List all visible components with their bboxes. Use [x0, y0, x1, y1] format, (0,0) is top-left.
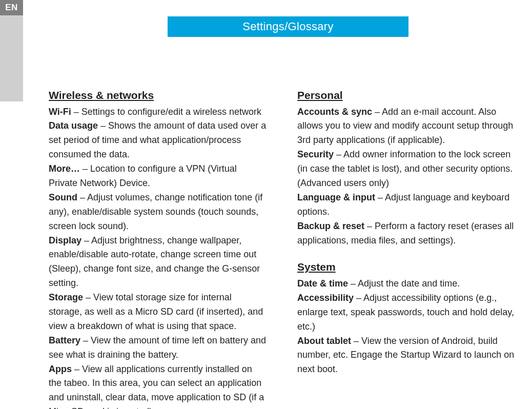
label-battery: Battery: [49, 335, 80, 345]
entry-display: Display – Adjust brightness, change wall…: [49, 234, 267, 291]
entry-about-tablet: About tablet – View the version of Andro…: [297, 334, 515, 377]
entry-more: More… – Location to configure a VPN (Vir…: [49, 162, 267, 191]
text-sound: – Adjust volumes, change notification to…: [49, 192, 262, 231]
label-accounts-sync: Accounts & sync: [297, 107, 372, 117]
entry-backup-reset: Backup & reset – Perform a factory reset…: [297, 219, 515, 248]
label-date-time: Date & time: [297, 278, 348, 289]
entry-battery: Battery – View the amount of time left o…: [49, 334, 267, 362]
label-backup-reset: Backup & reset: [297, 221, 364, 231]
entry-sound: Sound – Adjust volumes, change notificat…: [49, 191, 267, 234]
right-column: Personal Accounts & sync – Add an e-mail…: [297, 87, 515, 409]
label-security: Security: [297, 149, 334, 159]
entry-language-input: Language & input – Adjust language and k…: [297, 191, 515, 219]
heading-personal: Personal: [297, 87, 515, 104]
entry-wifi: Wi-Fi – Settings to configure/edit a wir…: [49, 105, 267, 119]
label-sound: Sound: [49, 192, 77, 202]
text-apps: – View all applications currently instal…: [49, 364, 264, 409]
text-wifi: – Settings to configure/edit a wireless …: [71, 107, 261, 117]
label-wifi: Wi-Fi: [49, 107, 71, 117]
entry-data-usage: Data usage – Shows the amount of data us…: [49, 119, 267, 162]
entry-storage: Storage – View total storage size for in…: [49, 291, 267, 334]
label-display: Display: [49, 235, 81, 246]
label-apps: Apps: [49, 364, 72, 374]
entry-apps: Apps – View all applications currently i…: [49, 362, 267, 409]
entry-date-time: Date & time – Adjust the date and time.: [297, 277, 515, 291]
entry-security: Security – Add owner information to the …: [297, 148, 515, 191]
label-more: More…: [49, 163, 80, 174]
page-title: Settings/Glossary: [168, 16, 408, 37]
heading-wireless-networks: Wireless & networks: [49, 87, 267, 104]
language-tag: EN: [0, 0, 23, 15]
section-spacer: [297, 248, 515, 259]
label-storage: Storage: [49, 292, 83, 302]
entry-accessibility: Accessibility – Adjust accessibility opt…: [297, 291, 515, 334]
label-data-usage: Data usage: [49, 120, 98, 131]
label-accessibility: Accessibility: [297, 293, 354, 303]
label-language-input: Language & input: [297, 192, 375, 202]
left-column: Wireless & networks Wi-Fi – Settings to …: [49, 87, 267, 409]
label-about-tablet: About tablet: [297, 336, 351, 346]
entry-accounts-sync: Accounts & sync – Add an e-mail account.…: [297, 105, 515, 148]
heading-system: System: [297, 259, 515, 276]
text-date-time: – Adjust the date and time.: [348, 278, 460, 289]
content-columns: Wireless & networks Wi-Fi – Settings to …: [49, 87, 515, 409]
text-battery: – View the amount of time left on batter…: [49, 335, 266, 360]
